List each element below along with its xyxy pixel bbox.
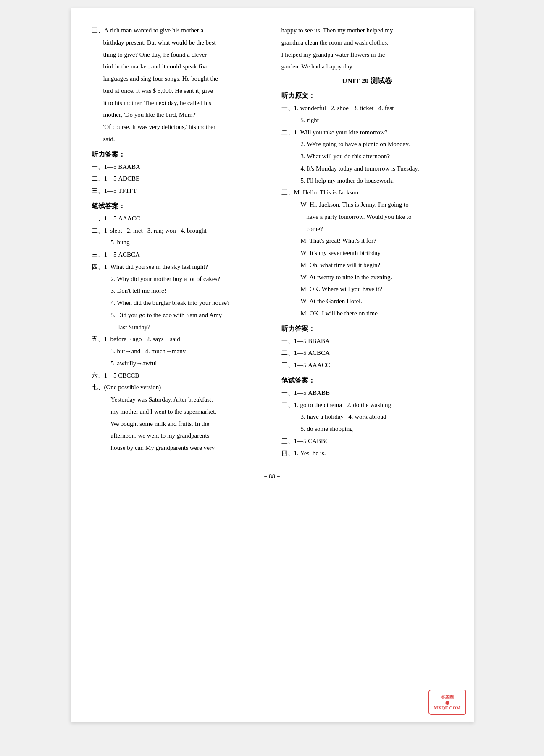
watermark-bottom: MXQE.COM	[434, 705, 461, 710]
q5-3: 5. awfully→awful	[92, 358, 264, 369]
script-2e: 5. I'll help my mother do housework.	[281, 176, 453, 186]
script-3a: 三、M: Hello. This is Jackson.	[281, 187, 453, 198]
story-line-1: 三、A rich man wanted to give his mother a	[92, 25, 264, 36]
written-ans-2b: 5. hung	[92, 237, 264, 248]
q4-3: 3. Don't tell me more!	[92, 286, 264, 296]
script-2c: 3. What will you do this afternoon?	[281, 151, 453, 162]
written-ans-2: 二、1. slept 2. met 3. ran; won 4. brought	[92, 226, 264, 236]
continued-4: garden. We had a happy day.	[281, 61, 453, 72]
q7-3: We bought some milk and fruits. In the	[92, 419, 264, 429]
left-column: 三、A rich man wanted to give his mother a…	[92, 25, 272, 460]
script-3c: have a party tomorrow. Would you like to	[281, 212, 453, 222]
watermark: 答案圈 ⬤ MXQE.COM	[428, 690, 466, 715]
script-3i: M: OK. Where will you have it?	[281, 284, 453, 294]
story-line-4: bird in the market, and it could speak f…	[92, 61, 264, 72]
script-1: 一、1. wonderful 2. shoe 3. ticket 4. fast	[281, 103, 453, 113]
story-line-7: it to his mother. The next day, he calle…	[92, 98, 264, 108]
written-ans-3: 三、1—5 ACBCA	[92, 249, 264, 260]
q4-4: 4. When did the burglar break into your …	[92, 298, 264, 308]
q6: 六、1—5 CBCCB	[92, 370, 264, 381]
script-3b: W: Hi, Jackson. This is Jenny. I'm going…	[281, 200, 453, 210]
q5-2: 3. but→and 4. much→many	[92, 346, 264, 357]
continued-2: grandma clean the room and wash clothes.	[281, 37, 453, 48]
r-written-2b: 3. have a holiday 4. work abroad	[281, 412, 453, 422]
r-written-2c: 5. do some shopping	[281, 424, 453, 434]
written-ans-1: 一、1—5 AAACC	[92, 213, 264, 224]
story-line-10: said.	[92, 134, 264, 144]
script-3g: M: Oh, what time will it begin?	[281, 260, 453, 270]
script-3d: come?	[281, 224, 453, 234]
r-listening-1: 一、1—5 BBABA	[281, 336, 453, 346]
script-3j: W: At the Garden Hotel.	[281, 296, 453, 307]
continued-3: I helped my grandpa water flowers in the	[281, 50, 453, 60]
written-answers-title-right: 笔试答案：	[281, 376, 453, 385]
listening-ans-2: 二、1—5 ADCBE	[92, 173, 264, 184]
script-2d: 4. It's Monday today and tomorrow is Tue…	[281, 163, 453, 174]
continued-1: happy to see us. Then my mother helped m…	[281, 25, 453, 36]
q4-label: 四、1. What did you see in the sky last ni…	[92, 262, 264, 272]
script-2a: 二、1. Will you take your kite tomorrow?	[281, 127, 453, 138]
listening-answers-title-right: 听力答案：	[281, 325, 453, 333]
q7-1: Yesterday was Saturday. After breakfast,	[92, 394, 264, 405]
page: 三、A rich man wanted to give his mother a…	[71, 8, 474, 722]
script-3e: M: That's great! What's it for?	[281, 236, 453, 246]
r-written-3: 三、1—5 CABBC	[281, 436, 453, 446]
q4-5b: last Sunday?	[92, 322, 264, 333]
q7-4: afternoon, we went to my grandparents'	[92, 430, 264, 441]
page-number: －88－	[92, 472, 453, 480]
r-listening-3: 三、1—5 AAACC	[281, 360, 453, 370]
script-3f: W: It's my seventeenth birthday.	[281, 248, 453, 258]
q7-5: house by car. My grandparents were very	[92, 443, 264, 453]
story-line-5: languages and sing four songs. He bought…	[92, 74, 264, 84]
listening-answers-title-left: 听力答案：	[92, 150, 264, 159]
watermark-top: 答案圈	[441, 694, 454, 700]
script-3k: M: OK. I will be there on time.	[281, 308, 453, 319]
script-2b: 2. We're going to have a picnic on Monda…	[281, 139, 453, 150]
story-line-2: birthday present. But what would be the …	[92, 37, 264, 48]
r-written-4: 四、1. Yes, he is.	[281, 448, 453, 459]
listening-script-title: 听力原文：	[281, 92, 453, 100]
two-column-layout: 三、A rich man wanted to give his mother a…	[92, 25, 453, 460]
listening-ans-1: 一、1—5 BAABA	[92, 162, 264, 172]
written-answers-title-left: 笔试答案：	[92, 202, 264, 211]
r-written-2a: 二、1. go to the cinema 2. do the washing	[281, 400, 453, 410]
script-1b: 5. right	[281, 115, 453, 126]
right-column: happy to see us. Then my mother helped m…	[272, 25, 453, 460]
story-line-6: bird at once. It was $ 5,000. He sent it…	[92, 86, 264, 96]
r-listening-2: 二、1—5 ACBCA	[281, 348, 453, 358]
story-line-8: mother, 'Do you like the bird, Mum?'	[92, 110, 264, 120]
q4-5: 5. Did you go to the zoo with Sam and Am…	[92, 310, 264, 320]
listening-ans-3: 三、1—5 TFTFT	[92, 186, 264, 196]
script-3h: W: At twenty to nine in the evening.	[281, 272, 453, 283]
q4-2: 2. Why did your mother buy a lot of cake…	[92, 274, 264, 284]
story-line-3: thing to give? One day, he found a cleve…	[92, 50, 264, 60]
r-written-1: 一、1—5 ABABB	[281, 388, 453, 398]
q7-label: 七、(One possible version)	[92, 382, 264, 393]
story-line-9: 'Of course. It was very delicious,' his …	[92, 122, 264, 132]
q5-label: 五、1. before→ago 2. says→said	[92, 334, 264, 344]
unit-title: UNIT 20 测试卷	[281, 76, 453, 86]
q7-2: my mother and I went to the supermarket.	[92, 407, 264, 417]
watermark-circle: ⬤	[445, 701, 449, 705]
